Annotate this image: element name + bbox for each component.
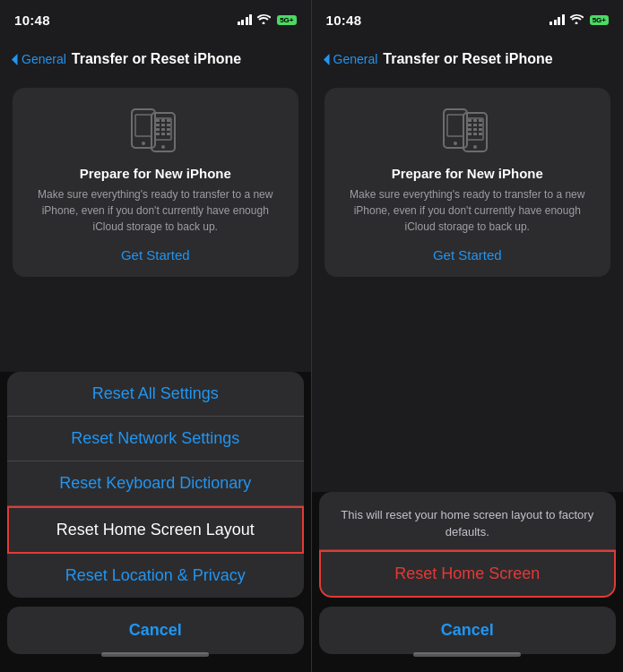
prepare-desc-right: Make sure everything's ready to transfer… (339, 186, 597, 235)
reset-options-sheet: Reset All Settings Reset Network Setting… (7, 372, 304, 598)
prepare-card-right: Prepare for New iPhone Make sure everyth… (324, 88, 611, 277)
svg-rect-12 (161, 128, 165, 131)
reset-all-settings-item[interactable]: Reset All Settings (7, 372, 304, 417)
svg-rect-26 (468, 124, 472, 126)
reset-keyboard-dictionary-item[interactable]: Reset Keyboard Dictionary (7, 461, 304, 506)
battery-icon-left: 5G+ (277, 15, 296, 25)
svg-rect-7 (167, 119, 170, 122)
svg-rect-10 (167, 124, 170, 126)
back-button-left[interactable]: General (11, 52, 66, 66)
left-panel: 10:48 5G+ General Transfer or Reset iP (0, 0, 312, 672)
dialog-message-text: This will reset your home screen layout … (341, 508, 593, 538)
right-panel: 10:48 5G+ General Transfer or Reset iP (312, 0, 624, 672)
svg-rect-8 (156, 124, 160, 126)
battery-icon-right: 5G+ (590, 15, 609, 25)
svg-rect-27 (473, 124, 477, 126)
svg-rect-33 (473, 133, 477, 135)
reset-home-screen-layout-item[interactable]: Reset Home Screen Layout (7, 506, 304, 554)
svg-rect-5 (156, 119, 160, 122)
svg-rect-14 (156, 133, 160, 135)
reset-network-settings-label: Reset Network Settings (71, 429, 239, 447)
back-button-right[interactable]: General (323, 52, 378, 66)
dialog-sheet: This will reset your home screen layout … (319, 492, 617, 598)
reset-home-screen-label: Reset Home Screen (394, 564, 540, 582)
wifi-icon (256, 13, 271, 27)
nav-bar-left: General Transfer or Reset iPhone (0, 39, 311, 79)
status-time-left: 10:48 (14, 13, 50, 28)
wifi-icon-right (569, 13, 584, 27)
svg-point-17 (161, 145, 165, 149)
svg-rect-23 (468, 119, 472, 122)
dialog-message-area: This will reset your home screen layout … (319, 492, 617, 550)
status-icons-right: 5G+ (549, 13, 609, 27)
svg-rect-31 (479, 128, 482, 131)
reset-keyboard-dictionary-label: Reset Keyboard Dictionary (59, 474, 251, 492)
svg-rect-28 (479, 124, 482, 126)
svg-rect-16 (167, 133, 170, 135)
svg-rect-19 (447, 115, 463, 136)
reset-location-privacy-item[interactable]: Reset Location & Privacy (7, 554, 304, 598)
svg-rect-1 (135, 115, 151, 136)
status-bar-right: 10:48 5G+ (312, 0, 624, 39)
svg-rect-13 (167, 128, 170, 131)
nav-bar-right: General Transfer or Reset iPhone (312, 39, 624, 79)
cancel-button-left[interactable]: Cancel (7, 607, 304, 654)
svg-point-2 (142, 142, 145, 145)
reset-location-privacy-label: Reset Location & Privacy (65, 566, 246, 584)
back-label-right: General (333, 52, 378, 66)
cancel-label-left: Cancel (129, 621, 182, 639)
reset-network-settings-item[interactable]: Reset Network Settings (7, 417, 304, 461)
page-title-left: Transfer or Reset iPhone (72, 51, 241, 67)
cancel-button-right[interactable]: Cancel (319, 607, 617, 654)
action-sheet-left: Reset All Settings Reset Network Setting… (0, 372, 311, 672)
signal-icon-right (549, 14, 565, 25)
svg-rect-9 (161, 124, 165, 126)
reset-home-screen-layout-label: Reset Home Screen Layout (56, 521, 255, 538)
svg-rect-11 (156, 128, 160, 131)
svg-rect-34 (479, 133, 482, 135)
reset-all-settings-label: Reset All Settings (92, 384, 219, 402)
page-title-right: Transfer or Reset iPhone (383, 51, 552, 67)
prepare-card-left: Prepare for New iPhone Make sure everyth… (13, 88, 299, 277)
reset-home-screen-button[interactable]: Reset Home Screen (319, 550, 617, 598)
svg-rect-24 (473, 119, 477, 122)
status-icons-left: 5G+ (238, 13, 297, 27)
status-time-right: 10:48 (326, 13, 362, 28)
prepare-title-right: Prepare for New iPhone (392, 166, 543, 181)
svg-rect-6 (161, 119, 165, 122)
svg-rect-15 (161, 133, 165, 135)
get-started-button-right[interactable]: Get Started (433, 247, 502, 263)
signal-icon (238, 14, 253, 25)
svg-rect-30 (473, 128, 477, 131)
svg-rect-32 (468, 133, 472, 135)
svg-rect-25 (479, 119, 482, 122)
prepare-desc-left: Make sure everything's ready to transfer… (27, 186, 284, 235)
svg-rect-29 (468, 128, 472, 131)
status-bar-left: 10:48 5G+ (0, 0, 311, 39)
confirm-dialog-right: This will reset your home screen layout … (312, 492, 624, 672)
phone-icon-right (440, 106, 494, 155)
back-label-left: General (22, 52, 66, 66)
get-started-button-left[interactable]: Get Started (121, 247, 190, 263)
svg-point-35 (473, 145, 477, 149)
prepare-title-left: Prepare for New iPhone (80, 166, 231, 181)
phone-icon-left (128, 106, 182, 155)
svg-point-20 (454, 142, 457, 145)
cancel-label-right: Cancel (441, 621, 494, 639)
